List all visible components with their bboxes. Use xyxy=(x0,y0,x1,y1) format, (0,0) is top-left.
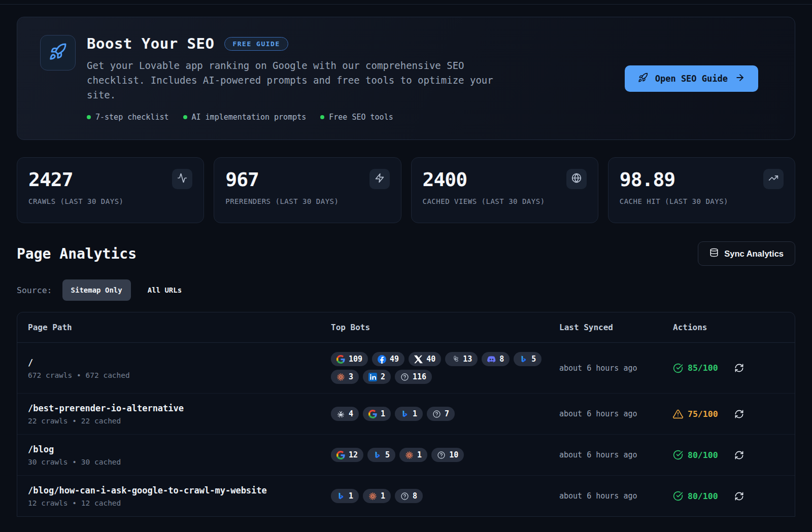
cta-label: Open SEO Guide xyxy=(655,74,728,84)
google-bot-icon xyxy=(336,355,345,364)
stat-card: 2400 CACHED VIEWS (LAST 30 DAYS) xyxy=(411,157,598,223)
check-circle-icon xyxy=(673,363,683,373)
feature-label: 7-step checklist xyxy=(95,113,169,122)
top-bots: 12 5 1 10 xyxy=(331,448,554,462)
rocket-icon xyxy=(638,73,648,85)
free-guide-badge: FREE GUIDE xyxy=(224,37,288,51)
last-synced: about 6 hours ago xyxy=(559,409,673,418)
bot-badge: 2 xyxy=(363,370,391,384)
x-bot-icon xyxy=(414,355,423,364)
sync-analytics-button[interactable]: Sync Analytics xyxy=(698,241,795,266)
banner-description: Get your Lovable app ranking on Google w… xyxy=(87,58,503,102)
table-row: /blog/how-can-i-ask-google-to-crawl-my-w… xyxy=(17,476,795,516)
bot-badge: 13 xyxy=(445,352,478,366)
bot-count: 40 xyxy=(426,354,435,364)
activity-icon xyxy=(177,173,187,185)
crawler-bot-icon xyxy=(336,410,345,418)
bot-count: 13 xyxy=(463,354,472,364)
bot-count: 5 xyxy=(531,354,536,364)
google-bot-icon xyxy=(336,451,345,459)
feature-label: Free SEO tools xyxy=(329,113,393,122)
bot-count: 8 xyxy=(499,354,504,364)
globe-icon xyxy=(571,173,582,185)
banner-feature-list: 7-step checklistAI implementation prompt… xyxy=(87,113,503,122)
last-synced: about 6 hours ago xyxy=(559,450,673,459)
stat-icon-tile xyxy=(763,169,784,189)
top-bots: 109 49 40 13 8 5 3 2 116 xyxy=(331,352,554,384)
refresh-button[interactable] xyxy=(733,449,745,461)
bot-count: 1 xyxy=(349,491,353,501)
claude-bot-icon xyxy=(368,492,377,501)
bot-count: 5 xyxy=(385,450,390,459)
stat-icon-tile xyxy=(566,169,587,189)
column-header: Last Synced xyxy=(559,323,673,332)
table-row: /blog 30 crawls • 30 cached 12 5 1 10 ab… xyxy=(17,435,795,476)
crawl-stats: 12 crawls • 12 cached xyxy=(28,499,331,507)
page-path[interactable]: /best-prerender-io-alternative xyxy=(28,403,331,414)
refresh-button[interactable] xyxy=(733,408,745,420)
stat-card: 967 PRERENDERS (LAST 30 DAYS) xyxy=(214,157,401,223)
bot-badge: 49 xyxy=(372,352,404,366)
seo-score: 80/100 xyxy=(673,491,718,501)
bing-bot-icon xyxy=(519,355,528,364)
check-circle-icon xyxy=(673,491,683,501)
claude-bot-icon xyxy=(405,451,414,459)
feature-item: AI implementation prompts xyxy=(183,113,307,122)
feature-item: 7-step checklist xyxy=(87,113,169,122)
page-analytics-table: Page PathTop BotsLast SyncedActions / 67… xyxy=(17,312,795,517)
page-analytics-title: Page Analytics xyxy=(17,245,137,262)
table-body: / 672 crawls • 672 cached 109 49 40 13 8… xyxy=(17,343,795,516)
sync-analytics-label: Sync Analytics xyxy=(724,249,784,259)
bot-badge: 1 xyxy=(363,407,391,421)
refresh-button[interactable] xyxy=(733,362,745,374)
page-path[interactable]: / xyxy=(28,357,331,368)
source-option-all-urls[interactable]: All URLs xyxy=(139,279,190,301)
bot-badge: 12 xyxy=(331,448,363,462)
bot-count: 10 xyxy=(449,450,458,459)
bot-count: 116 xyxy=(413,372,426,381)
facebook-bot-icon xyxy=(378,355,386,364)
unknown-bot-icon xyxy=(400,373,409,381)
stat-value: 2427 xyxy=(28,170,192,189)
feature-item: Free SEO tools xyxy=(320,113,393,122)
page-path[interactable]: /blog/how-can-i-ask-google-to-crawl-my-w… xyxy=(28,485,331,496)
stat-card: 2427 CRAWLS (LAST 30 DAYS) xyxy=(17,157,204,223)
warning-icon xyxy=(673,409,683,419)
top-bots: 4 1 1 7 xyxy=(331,407,554,421)
stat-icon-tile xyxy=(172,169,192,189)
column-header: Page Path xyxy=(28,323,331,332)
table-row: /best-prerender-io-alternative 22 crawls… xyxy=(17,394,795,435)
page-path[interactable]: /blog xyxy=(28,444,331,455)
rocket-icon xyxy=(49,43,67,63)
stat-value: 98.89 xyxy=(620,170,784,189)
top-bots: 1 1 8 xyxy=(331,489,554,503)
green-dot-icon xyxy=(320,115,324,119)
bing-bot-icon xyxy=(373,451,382,459)
stat-label: PRERENDERS (LAST 30 DAYS) xyxy=(225,197,389,205)
bot-count: 7 xyxy=(445,409,449,418)
bot-badge: 1 xyxy=(363,489,391,503)
unknown-bot-icon xyxy=(400,492,409,501)
stat-value: 2400 xyxy=(423,170,587,189)
seo-score: 80/100 xyxy=(673,450,718,460)
bot-badge: 3 xyxy=(331,370,359,384)
stats-row: 2427 CRAWLS (LAST 30 DAYS) 967 PRERENDER… xyxy=(17,157,795,223)
refresh-button[interactable] xyxy=(733,490,745,502)
banner-title: Boost Your SEO xyxy=(87,35,214,52)
bot-badge: 1 xyxy=(395,407,423,421)
green-dot-icon xyxy=(87,115,91,119)
bot-count: 1 xyxy=(417,450,422,459)
top-divider xyxy=(0,4,812,5)
rocket-tile xyxy=(40,35,76,70)
bot-count: 109 xyxy=(349,354,362,364)
source-label: Source: xyxy=(17,286,52,295)
bot-count: 12 xyxy=(349,450,358,459)
claude-bot-icon xyxy=(336,373,345,381)
open-seo-guide-button[interactable]: Open SEO Guide xyxy=(625,65,758,92)
openai-bot-icon xyxy=(451,355,459,364)
seo-score: 85/100 xyxy=(673,363,718,373)
stat-card: 98.89 CACHE HIT (LAST 30 DAYS) xyxy=(608,157,795,223)
source-option-sitemap-only[interactable]: Sitemap Only xyxy=(62,279,131,301)
bot-count: 8 xyxy=(413,491,417,501)
trending-up-icon xyxy=(768,173,779,185)
